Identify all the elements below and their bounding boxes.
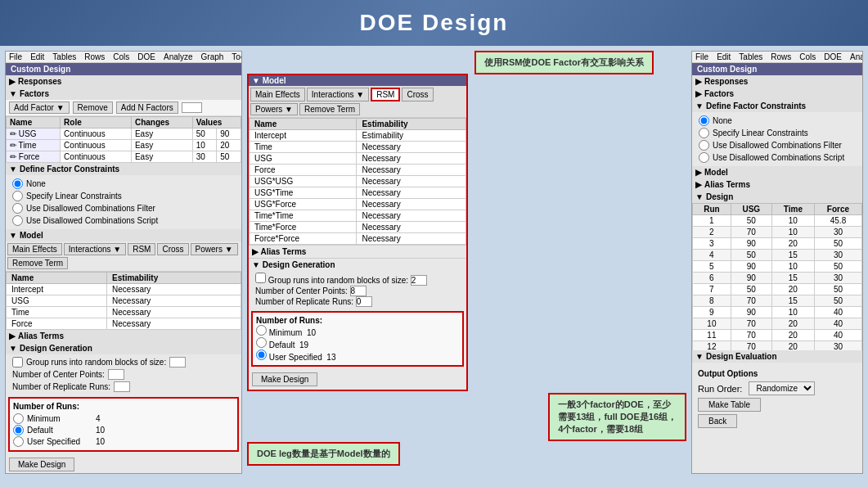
factors-content: Add Factor ▼ Remove Add N Factors 1 Name… — [6, 100, 241, 163]
design-row: 9901040 — [693, 307, 862, 318]
group-runs-checkbox[interactable] — [12, 357, 23, 368]
menu-graph[interactable]: Graph — [201, 52, 224, 61]
popup-group-checkbox[interactable] — [255, 273, 266, 283]
model-btn[interactable]: Powers ▼ — [191, 243, 238, 255]
popup-model-row: Time*ForceNecessary — [250, 222, 466, 233]
rmenu-rows[interactable]: Rows — [771, 52, 791, 61]
factors-toolbar: Add Factor ▼ Remove Add N Factors 1 — [6, 100, 241, 116]
right-alias-header[interactable]: ▶ Alias Terms — [692, 178, 862, 191]
popup-model-row: Time*TimeNecessary — [250, 210, 466, 222]
right-constraints-group: None Specify Linear Constraints Use Disa… — [692, 112, 862, 166]
constraint-disallowed-script-radio[interactable] — [12, 215, 23, 226]
rmenu-tables[interactable]: Tables — [739, 52, 762, 61]
page-title: DOE Design — [0, 10, 868, 36]
popup-make-design-btn[interactable]: Make Design — [252, 372, 317, 386]
design-row: 7502050 — [693, 284, 862, 295]
remove-btn[interactable]: Remove — [73, 101, 113, 114]
model-btn[interactable]: Remove Term — [7, 257, 68, 269]
rconstraint-filter-radio[interactable] — [699, 140, 709, 151]
menu-file[interactable]: File — [9, 52, 22, 61]
rconstraint-linear-radio[interactable] — [699, 128, 709, 138]
right-constraints-header[interactable]: ▼ Define Factor Constraints — [692, 100, 862, 112]
n-factors-input[interactable]: 1 — [182, 102, 202, 113]
right-design-header[interactable]: ▼ Design — [692, 191, 862, 203]
popup-interactions-btn[interactable]: Interactions ▼ — [307, 88, 369, 101]
popup-model-toolbar: Main Effects Interactions ▼ RSM Cross Po… — [249, 86, 466, 118]
popup-remove-term-btn[interactable]: Remove Term — [299, 103, 360, 115]
num-runs-section: Number of Runs: Minimum4 Default10 User … — [8, 397, 239, 452]
model-row: InterceptNecessary — [7, 284, 241, 295]
rmenu-doe[interactable]: DOE — [824, 52, 842, 61]
rmenu-cols[interactable]: Cols — [799, 52, 816, 61]
right-menubar: File Edit Tables Rows Cols DOE Analyze — [692, 52, 862, 63]
run-order-label: Run Order: — [698, 384, 742, 394]
menu-rows[interactable]: Rows — [84, 52, 105, 61]
menu-cols[interactable]: Cols — [113, 52, 129, 61]
popup-model-row: USGNecessary — [250, 153, 466, 165]
popup-rsm-btn[interactable]: RSM — [371, 88, 400, 101]
left-window: File Edit Tables Rows Cols DOE Analyze G… — [5, 51, 242, 474]
design-gen-header[interactable]: ▼ Design Generation — [6, 342, 241, 354]
popup-design-gen-header: ▼ Design Generation — [249, 258, 466, 271]
right-factors-header[interactable]: ▶ Factors — [692, 88, 862, 100]
rconstraint-script-radio[interactable] — [699, 152, 709, 163]
constraints-section-header[interactable]: ▼ Define Factor Constraints — [6, 163, 241, 175]
popup-replicate-input[interactable] — [356, 296, 372, 307]
design-row: 5901050 — [693, 261, 862, 273]
model-btn[interactable]: Main Effects — [7, 243, 62, 255]
design-eval-header[interactable]: ▼ Design Evaluation — [692, 350, 862, 363]
runs-user-specified-radio[interactable] — [13, 436, 24, 447]
menu-edit[interactable]: Edit — [30, 52, 44, 61]
back-btn[interactable]: Back — [698, 414, 737, 428]
menu-doe[interactable]: DOE — [137, 52, 155, 61]
popup-group-input[interactable] — [411, 275, 427, 286]
rmenu-analyze[interactable]: Analyze — [850, 52, 863, 61]
run-order-select[interactable]: Randomize Sequential Sort — [749, 381, 815, 395]
menu-tables[interactable]: Tables — [52, 52, 76, 61]
alias-section-header[interactable]: ▶ Alias Terms — [6, 330, 241, 342]
left-window-title: Custom Design — [6, 63, 241, 75]
center-points-input[interactable]: 0 — [108, 369, 124, 380]
popup-main-effects-btn[interactable]: Main Effects — [250, 88, 305, 101]
menu-analyze[interactable]: Analyze — [164, 52, 193, 61]
constraint-disallowed-filter-radio[interactable] — [12, 203, 23, 214]
design-row: 8701550 — [693, 295, 862, 307]
popup-default-radio[interactable] — [256, 337, 267, 348]
make-table-btn[interactable]: Make Table — [698, 398, 761, 412]
model-btn[interactable]: RSM — [128, 243, 155, 255]
model-row: USGNecessary — [7, 295, 241, 307]
popup-center-input[interactable] — [350, 286, 367, 296]
model-section-header[interactable]: ▼ Model — [6, 229, 241, 241]
design-row: 6901530 — [693, 273, 862, 284]
rconstraint-none-radio[interactable] — [699, 115, 709, 126]
popup-cross-btn[interactable]: Cross — [402, 88, 433, 101]
popup-user-radio[interactable] — [256, 349, 267, 360]
right-window: File Edit Tables Rows Cols DOE Analyze C… — [691, 51, 863, 474]
right-model-header[interactable]: ▶ Model — [692, 166, 862, 178]
constraint-none-radio[interactable] — [12, 178, 23, 189]
make-design-btn[interactable]: Make Design — [9, 458, 74, 471]
add-factor-btn[interactable]: Add Factor ▼ — [9, 101, 70, 114]
add-n-factors-btn[interactable]: Add N Factors — [116, 101, 178, 114]
rmenu-file[interactable]: File — [695, 52, 708, 61]
model-btn[interactable]: Cross — [157, 243, 188, 255]
design-table: Run USG Time Force 1501045.8270103039020… — [692, 203, 862, 350]
group-size-input[interactable]: 2 — [169, 357, 186, 368]
runs-default-radio[interactable] — [13, 425, 24, 435]
menu-tools[interactable]: Tools — [232, 52, 242, 61]
popup-powers-btn[interactable]: Powers ▼ — [250, 103, 298, 115]
popup-alias-terms: ▶ Alias Terms — [249, 245, 466, 258]
factors-section-header[interactable]: ▼ Factors — [6, 88, 241, 100]
constraints-group: None Specify Linear Constraints Use Disa… — [6, 175, 241, 229]
popup-min-radio[interactable] — [256, 325, 267, 336]
factor-row: ✏ ForceContinuousEasy3050 — [7, 151, 241, 163]
right-responses-header[interactable]: ▶ Responses — [692, 75, 862, 88]
constraint-linear-radio[interactable] — [12, 191, 23, 201]
model-btn[interactable]: Interactions ▼ — [64, 243, 126, 255]
rmenu-edit[interactable]: Edit — [717, 52, 731, 61]
responses-section[interactable]: ▶ Responses — [6, 75, 241, 88]
output-options-label: Output Options — [698, 368, 857, 379]
popup-model-row: USG*USGNecessary — [250, 176, 466, 187]
replicate-runs-input[interactable]: 0 — [114, 381, 130, 392]
runs-minimum-radio[interactable] — [13, 413, 24, 424]
